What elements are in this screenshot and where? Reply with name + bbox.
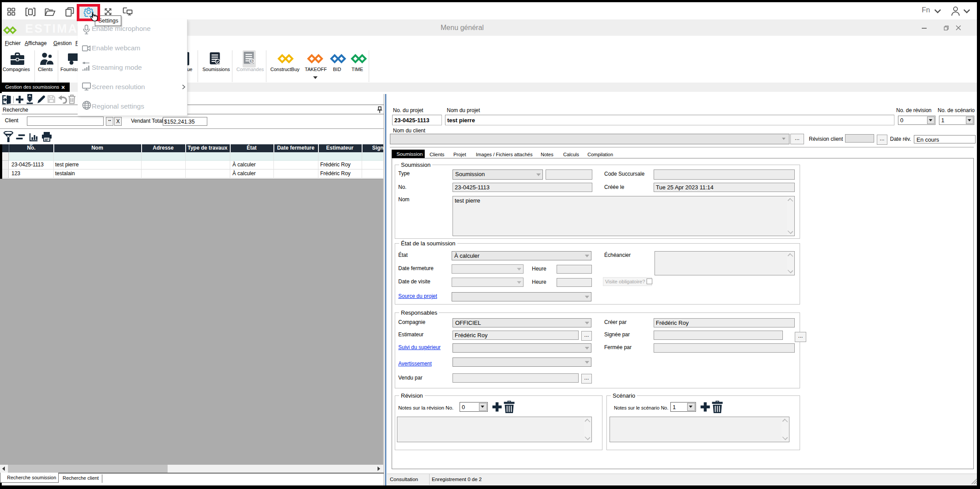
svg-text:$: $ [251,59,253,63]
